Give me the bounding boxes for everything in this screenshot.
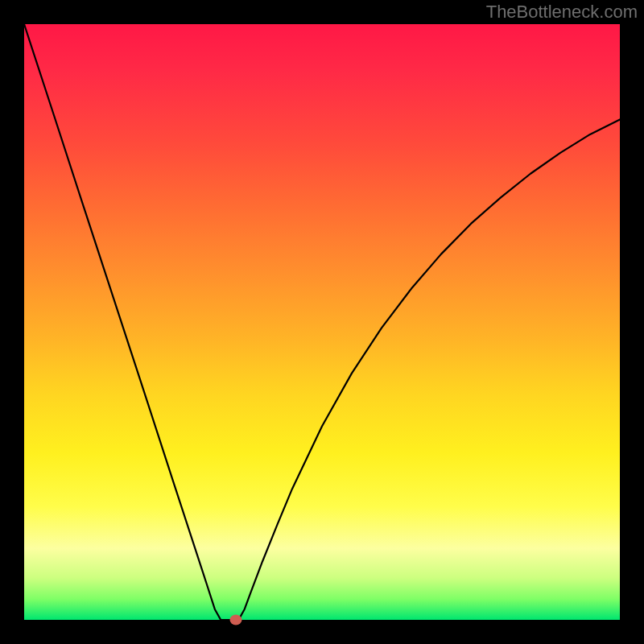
bottleneck-curve xyxy=(24,24,620,620)
plot-area xyxy=(24,24,620,620)
curve-svg xyxy=(24,24,620,620)
optimal-point-marker xyxy=(229,615,242,625)
chart-frame: TheBottleneck.com xyxy=(0,0,644,644)
watermark-text: TheBottleneck.com xyxy=(486,2,638,23)
